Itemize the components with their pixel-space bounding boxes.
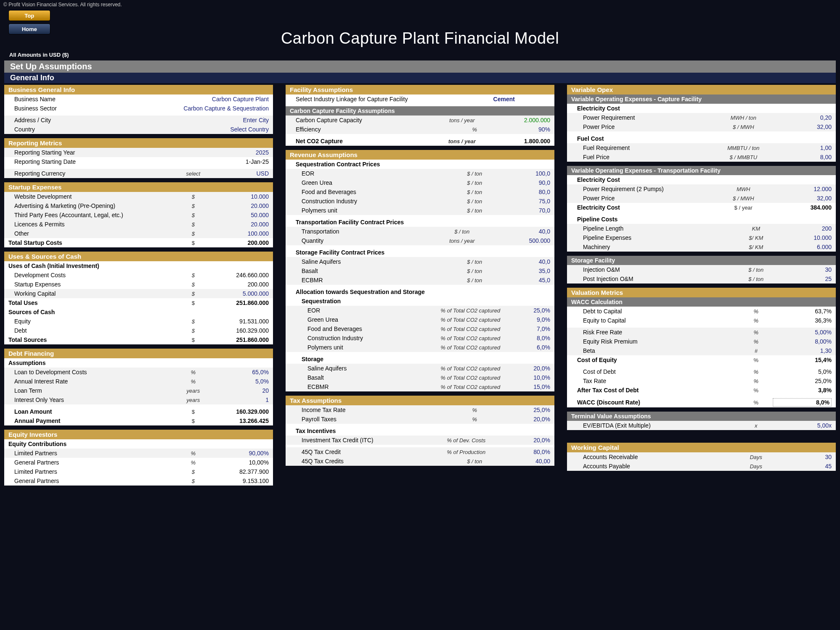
- as1-value[interactable]: 20,0%: [508, 365, 550, 372]
- r2-value[interactable]: 90,0: [491, 179, 550, 186]
- df4-value[interactable]: 1: [210, 396, 269, 403]
- cost-of-equity-unit: %: [739, 357, 773, 363]
- r1-value[interactable]: 100,0: [491, 170, 550, 177]
- risk-free-rate-value[interactable]: 5,00%: [773, 329, 832, 336]
- pipeline-exp-value[interactable]: 10.000: [773, 234, 832, 241]
- df4-label: Interest Only Years: [8, 396, 176, 403]
- pipeline-costs-label: Pipeline Costs: [571, 216, 739, 223]
- as2-unit: % of Total CO2 captured: [433, 375, 508, 381]
- s1-value: 91.531.000: [210, 318, 269, 325]
- top-button[interactable]: Top: [8, 10, 50, 21]
- capacity-label: Carbon Capture Capacity: [290, 117, 433, 123]
- power-req2-value[interactable]: 12.000: [773, 186, 832, 192]
- pipeline-length-value[interactable]: 200: [773, 225, 832, 232]
- column-center: Facility Assumptions Select Industry Lin…: [286, 85, 554, 486]
- sx4-value[interactable]: 20.000: [210, 221, 269, 228]
- ti2-value[interactable]: 80,0%: [500, 449, 550, 455]
- u3-unit: $: [176, 291, 210, 297]
- ec2-value: 10,00%: [210, 459, 269, 466]
- sf2-value[interactable]: 35,0: [491, 268, 550, 274]
- a2-value[interactable]: 9,0%: [508, 316, 550, 323]
- r3-unit: $ / ton: [458, 189, 491, 195]
- post-injection-om-value[interactable]: 25: [773, 276, 832, 282]
- r3-value[interactable]: 80,0: [491, 189, 550, 195]
- df2-value[interactable]: 5,0%: [210, 378, 269, 385]
- tx2-value[interactable]: 20,0%: [491, 416, 550, 423]
- sx5-value[interactable]: 100.000: [210, 230, 269, 237]
- u3-value[interactable]: 5.000.000: [210, 290, 269, 297]
- injection-om-value[interactable]: 30: [773, 266, 832, 273]
- sf1-value[interactable]: 40,0: [491, 258, 550, 265]
- reporting-currency-value[interactable]: USD: [210, 170, 269, 177]
- u3-label: Working Capital: [8, 290, 176, 297]
- transport-elec-label: Electricity Cost: [571, 176, 739, 183]
- cost-of-debt-unit: %: [739, 369, 773, 375]
- sx5-label: Other: [8, 230, 176, 237]
- ap-value[interactable]: 45: [773, 463, 832, 470]
- net-co2-value: 1.800.000: [491, 138, 550, 144]
- t2-label: Quantity: [290, 237, 433, 244]
- as3-value[interactable]: 15,0%: [508, 383, 550, 390]
- machinery-value[interactable]: 6.000: [773, 244, 832, 250]
- s1-label: Equity: [8, 318, 176, 325]
- ec4-value: 9.153.100: [210, 478, 269, 484]
- a5-value[interactable]: 6,0%: [508, 344, 550, 351]
- sxt-label: Total Startup Costs: [8, 239, 176, 246]
- ti1-value[interactable]: 20,0%: [500, 437, 550, 444]
- a1-value[interactable]: 25,0%: [508, 307, 550, 314]
- debt-to-cap-value: 63,7%: [773, 308, 832, 315]
- sx1-value[interactable]: 10.000: [210, 193, 269, 200]
- sf2-label: Basalt: [290, 268, 458, 274]
- df2-unit: %: [176, 378, 210, 385]
- ti1-label: Investment Tax Credit (ITC): [290, 437, 433, 444]
- ev-ebitda-value[interactable]: 5,00x: [773, 422, 832, 429]
- storage-prices-label: Storage Facility Contract Prices: [290, 249, 458, 256]
- column-right: Variable Opex Variable Operating Expense…: [567, 85, 836, 486]
- a4-value[interactable]: 8,0%: [508, 335, 550, 341]
- t2-value[interactable]: 500.000: [491, 237, 550, 244]
- ec1-value[interactable]: 90,00%: [210, 450, 269, 457]
- capacity-value[interactable]: 2.000.000: [491, 117, 550, 123]
- t1-value[interactable]: 40,0: [491, 228, 550, 235]
- a3-unit: % of Total CO2 captured: [433, 326, 508, 332]
- hdr-variable-opex: Variable Opex: [567, 85, 836, 94]
- sf3-value[interactable]: 45,0: [491, 277, 550, 284]
- efficiency-value[interactable]: 90%: [491, 126, 550, 133]
- country-value[interactable]: Select Country: [176, 126, 269, 133]
- power-req-value[interactable]: 0,20: [773, 114, 832, 121]
- r5-value[interactable]: 70,0: [491, 207, 550, 214]
- business-name-value[interactable]: Carbon Capture Plant: [176, 96, 269, 102]
- a3-value[interactable]: 7,0%: [508, 326, 550, 332]
- ar-value[interactable]: 30: [773, 454, 832, 460]
- r5-unit: $ / ton: [458, 207, 491, 214]
- hdr-working-capital: Working Capital: [567, 443, 836, 452]
- df3-value[interactable]: 20: [210, 387, 269, 394]
- fuel-price-value[interactable]: 8,00: [773, 154, 832, 160]
- home-button[interactable]: Home: [8, 24, 50, 34]
- industry-linkage-value[interactable]: Cement: [458, 96, 550, 102]
- address-value[interactable]: Enter City: [176, 117, 269, 123]
- after-tax-cod-unit: %: [739, 387, 773, 394]
- fuel-req-value[interactable]: 1,00: [773, 144, 832, 151]
- as2-value[interactable]: 10,0%: [508, 374, 550, 381]
- beta-value[interactable]: 1,30: [773, 347, 832, 354]
- power-price-value[interactable]: 32,00: [773, 123, 832, 130]
- reporting-year-value[interactable]: 2025: [210, 149, 269, 156]
- ti3-value[interactable]: 40,00: [491, 458, 550, 465]
- ap-label: Accounts Payable: [571, 463, 739, 470]
- r4-value[interactable]: 75,0: [491, 198, 550, 205]
- ut-value: 251.860.000: [210, 299, 269, 306]
- df1-value[interactable]: 65,0%: [210, 369, 269, 375]
- sx2-value[interactable]: 20.000: [210, 202, 269, 209]
- business-sector-value[interactable]: Carbon Capture & Sequestration: [176, 105, 269, 112]
- sx3-value[interactable]: 50.000: [210, 212, 269, 218]
- sf3-label: ECBMR: [290, 277, 458, 284]
- hdr-capture-facility: Carbon Capture Facility Assumptions: [286, 106, 554, 116]
- reporting-currency-label: Reporting Currency: [8, 170, 176, 177]
- alloc-storage-label: Storage: [290, 356, 458, 362]
- equity-risk-premium-value[interactable]: 8,00%: [773, 338, 832, 345]
- tax-incentives-label: Tax Incentives: [290, 428, 458, 434]
- power-price2-value[interactable]: 32,00: [773, 195, 832, 202]
- tx1-value[interactable]: 25,0%: [491, 407, 550, 413]
- ar-unit: Days: [739, 454, 773, 460]
